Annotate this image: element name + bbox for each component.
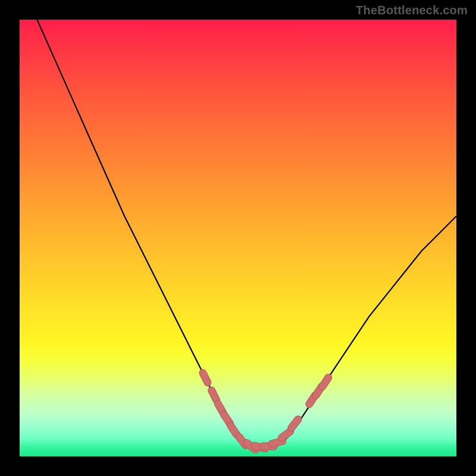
bottleneck-curve [37, 20, 456, 447]
marker-group [203, 373, 328, 450]
watermark-text: TheBottleneck.com [356, 4, 468, 17]
curve-layer [20, 20, 456, 456]
curve-marker [212, 390, 217, 400]
plot-area [20, 20, 456, 456]
curve-marker [203, 373, 208, 383]
chart-frame: TheBottleneck.com [0, 0, 476, 476]
